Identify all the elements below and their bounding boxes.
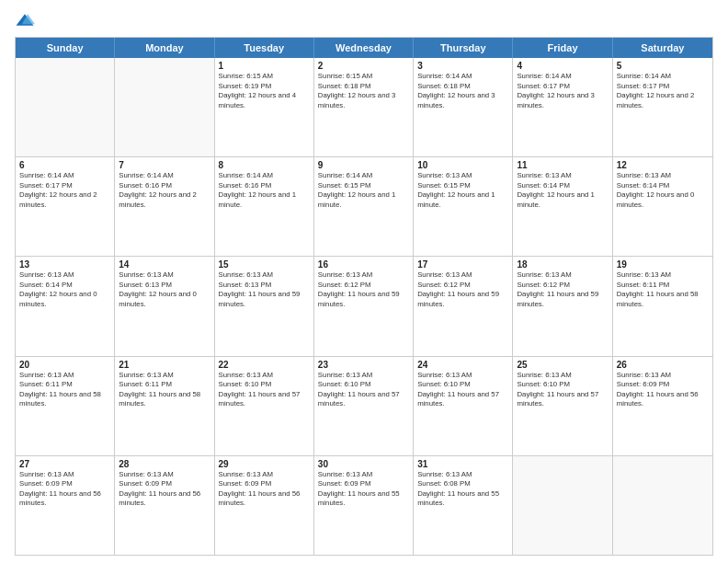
- calendar-cell: 6Sunrise: 6:14 AM Sunset: 6:17 PM Daylig…: [16, 157, 115, 256]
- calendar-row: 27Sunrise: 6:13 AM Sunset: 6:09 PM Dayli…: [16, 456, 712, 555]
- day-number: 9: [318, 160, 409, 170]
- day-number: 29: [219, 459, 310, 469]
- cell-info: Sunrise: 6:13 AM Sunset: 6:11 PM Dayligh…: [119, 371, 210, 409]
- day-number: 27: [19, 459, 110, 469]
- cell-info: Sunrise: 6:13 AM Sunset: 6:08 PM Dayligh…: [417, 470, 508, 509]
- calendar-cell: 8Sunrise: 6:14 AM Sunset: 6:16 PM Daylig…: [215, 157, 314, 256]
- day-number: 5: [617, 61, 709, 71]
- day-number: 2: [318, 61, 409, 71]
- calendar-cell: 10Sunrise: 6:13 AM Sunset: 6:15 PM Dayli…: [414, 157, 513, 256]
- cell-info: Sunrise: 6:13 AM Sunset: 6:13 PM Dayligh…: [119, 270, 210, 309]
- day-number: 4: [517, 61, 608, 71]
- day-number: 28: [119, 459, 210, 469]
- day-number: 10: [417, 160, 508, 170]
- day-number: 19: [617, 259, 709, 270]
- calendar-cell: 17Sunrise: 6:13 AM Sunset: 6:12 PM Dayli…: [414, 257, 513, 355]
- calendar-cell: [513, 456, 612, 555]
- calendar-cell: 23Sunrise: 6:13 AM Sunset: 6:10 PM Dayli…: [314, 357, 414, 455]
- calendar-cell: 25Sunrise: 6:13 AM Sunset: 6:10 PM Dayli…: [513, 357, 612, 455]
- calendar-cell: 9Sunrise: 6:14 AM Sunset: 6:15 PM Daylig…: [314, 157, 414, 256]
- calendar-cell: 30Sunrise: 6:13 AM Sunset: 6:09 PM Dayli…: [314, 456, 414, 555]
- page: SundayMondayTuesdayWednesdayThursdayFrid…: [0, 0, 728, 563]
- calendar-header: SundayMondayTuesdayWednesdayThursdayFrid…: [16, 38, 712, 58]
- day-number: 15: [219, 259, 310, 270]
- cell-info: Sunrise: 6:14 AM Sunset: 6:17 PM Dayligh…: [517, 72, 608, 110]
- weekday-header: Wednesday: [314, 38, 414, 58]
- day-number: 20: [19, 360, 110, 370]
- cell-info: Sunrise: 6:13 AM Sunset: 6:10 PM Dayligh…: [318, 371, 409, 409]
- weekday-header: Tuesday: [215, 38, 314, 58]
- weekday-header: Sunday: [16, 38, 115, 58]
- cell-info: Sunrise: 6:13 AM Sunset: 6:15 PM Dayligh…: [417, 171, 508, 210]
- calendar-cell: 22Sunrise: 6:13 AM Sunset: 6:10 PM Dayli…: [215, 357, 314, 455]
- cell-info: Sunrise: 6:14 AM Sunset: 6:18 PM Dayligh…: [417, 72, 508, 110]
- day-number: 13: [19, 259, 110, 270]
- day-number: 3: [417, 61, 508, 71]
- calendar-row: 20Sunrise: 6:13 AM Sunset: 6:11 PM Dayli…: [16, 357, 712, 456]
- calendar-cell: 13Sunrise: 6:13 AM Sunset: 6:14 PM Dayli…: [16, 257, 115, 355]
- day-number: 30: [318, 459, 409, 469]
- calendar-cell: [115, 58, 214, 156]
- cell-info: Sunrise: 6:14 AM Sunset: 6:17 PM Dayligh…: [617, 72, 709, 110]
- cell-info: Sunrise: 6:13 AM Sunset: 6:09 PM Dayligh…: [119, 470, 210, 509]
- logo: [15, 11, 37, 31]
- calendar-cell: 5Sunrise: 6:14 AM Sunset: 6:17 PM Daylig…: [613, 58, 712, 156]
- calendar-cell: 29Sunrise: 6:13 AM Sunset: 6:09 PM Dayli…: [215, 456, 314, 555]
- cell-info: Sunrise: 6:13 AM Sunset: 6:12 PM Dayligh…: [318, 270, 409, 309]
- calendar-cell: 16Sunrise: 6:13 AM Sunset: 6:12 PM Dayli…: [314, 257, 414, 355]
- cell-info: Sunrise: 6:13 AM Sunset: 6:13 PM Dayligh…: [219, 270, 310, 309]
- calendar-cell: 14Sunrise: 6:13 AM Sunset: 6:13 PM Dayli…: [115, 257, 214, 355]
- day-number: 24: [417, 360, 508, 370]
- cell-info: Sunrise: 6:13 AM Sunset: 6:11 PM Dayligh…: [19, 371, 110, 409]
- day-number: 7: [119, 160, 210, 170]
- cell-info: Sunrise: 6:13 AM Sunset: 6:10 PM Dayligh…: [417, 371, 508, 409]
- calendar-cell: 1Sunrise: 6:15 AM Sunset: 6:19 PM Daylig…: [215, 58, 314, 156]
- day-number: 17: [417, 259, 508, 270]
- calendar-row: 6Sunrise: 6:14 AM Sunset: 6:17 PM Daylig…: [16, 157, 712, 257]
- calendar-cell: 4Sunrise: 6:14 AM Sunset: 6:17 PM Daylig…: [513, 58, 612, 156]
- day-number: 21: [119, 360, 210, 370]
- calendar-cell: 15Sunrise: 6:13 AM Sunset: 6:13 PM Dayli…: [215, 257, 314, 355]
- weekday-header: Monday: [115, 38, 214, 58]
- header: [15, 11, 713, 31]
- day-number: 16: [318, 259, 409, 270]
- cell-info: Sunrise: 6:13 AM Sunset: 6:09 PM Dayligh…: [617, 371, 709, 409]
- calendar-cell: 24Sunrise: 6:13 AM Sunset: 6:10 PM Dayli…: [414, 357, 513, 455]
- cell-info: Sunrise: 6:14 AM Sunset: 6:16 PM Dayligh…: [119, 171, 210, 210]
- day-number: 22: [219, 360, 310, 370]
- cell-info: Sunrise: 6:13 AM Sunset: 6:09 PM Dayligh…: [19, 470, 110, 509]
- calendar-cell: 19Sunrise: 6:13 AM Sunset: 6:11 PM Dayli…: [613, 257, 712, 355]
- day-number: 14: [119, 259, 210, 270]
- cell-info: Sunrise: 6:13 AM Sunset: 6:10 PM Dayligh…: [517, 371, 608, 409]
- calendar-body: 1Sunrise: 6:15 AM Sunset: 6:19 PM Daylig…: [16, 58, 712, 555]
- calendar-cell: 11Sunrise: 6:13 AM Sunset: 6:14 PM Dayli…: [513, 157, 612, 256]
- cell-info: Sunrise: 6:14 AM Sunset: 6:16 PM Dayligh…: [219, 171, 310, 210]
- calendar-cell: 21Sunrise: 6:13 AM Sunset: 6:11 PM Dayli…: [115, 357, 214, 455]
- calendar-row: 1Sunrise: 6:15 AM Sunset: 6:19 PM Daylig…: [16, 58, 712, 157]
- calendar-cell: 20Sunrise: 6:13 AM Sunset: 6:11 PM Dayli…: [16, 357, 115, 455]
- day-number: 25: [517, 360, 608, 370]
- cell-info: Sunrise: 6:13 AM Sunset: 6:10 PM Dayligh…: [219, 371, 310, 409]
- cell-info: Sunrise: 6:13 AM Sunset: 6:09 PM Dayligh…: [318, 470, 409, 509]
- weekday-header: Saturday: [613, 38, 712, 58]
- day-number: 1: [219, 61, 310, 71]
- cell-info: Sunrise: 6:15 AM Sunset: 6:18 PM Dayligh…: [318, 72, 409, 110]
- calendar-cell: 26Sunrise: 6:13 AM Sunset: 6:09 PM Dayli…: [613, 357, 712, 455]
- weekday-header: Thursday: [414, 38, 513, 58]
- calendar: SundayMondayTuesdayWednesdayThursdayFrid…: [15, 37, 713, 556]
- day-number: 23: [318, 360, 409, 370]
- day-number: 18: [517, 259, 608, 270]
- calendar-cell: 27Sunrise: 6:13 AM Sunset: 6:09 PM Dayli…: [16, 456, 115, 555]
- cell-info: Sunrise: 6:13 AM Sunset: 6:11 PM Dayligh…: [617, 270, 709, 309]
- cell-info: Sunrise: 6:13 AM Sunset: 6:12 PM Dayligh…: [517, 270, 608, 309]
- calendar-cell: 31Sunrise: 6:13 AM Sunset: 6:08 PM Dayli…: [414, 456, 513, 555]
- cell-info: Sunrise: 6:14 AM Sunset: 6:17 PM Dayligh…: [19, 171, 110, 210]
- day-number: 26: [617, 360, 709, 370]
- calendar-cell: 2Sunrise: 6:15 AM Sunset: 6:18 PM Daylig…: [314, 58, 414, 156]
- day-number: 31: [417, 459, 508, 469]
- cell-info: Sunrise: 6:13 AM Sunset: 6:14 PM Dayligh…: [19, 270, 110, 309]
- calendar-cell: 3Sunrise: 6:14 AM Sunset: 6:18 PM Daylig…: [414, 58, 513, 156]
- cell-info: Sunrise: 6:13 AM Sunset: 6:14 PM Dayligh…: [617, 171, 709, 210]
- day-number: 8: [219, 160, 310, 170]
- calendar-cell: 28Sunrise: 6:13 AM Sunset: 6:09 PM Dayli…: [115, 456, 214, 555]
